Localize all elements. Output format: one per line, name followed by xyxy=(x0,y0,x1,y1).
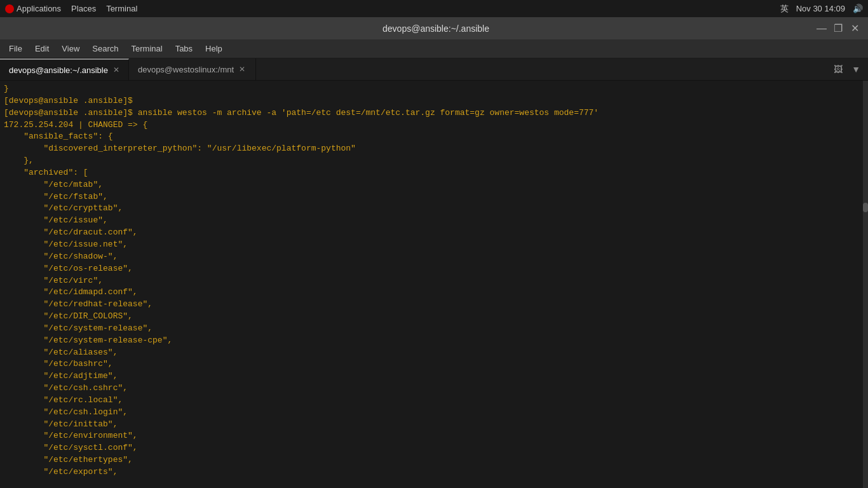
system-bar: Applications Places Terminal 英 Nov 30 14… xyxy=(0,0,868,17)
scrollbar-thumb[interactable] xyxy=(863,203,868,212)
menu-help[interactable]: Help xyxy=(199,41,229,56)
terminal-line: "/etc/issue.net", xyxy=(4,239,864,251)
terminal-line: "ansible_facts": { xyxy=(4,131,864,143)
terminal-line: "/etc/dracut.conf", xyxy=(4,227,864,239)
window-controls: — ❐ ✕ xyxy=(815,22,862,36)
datetime: Nov 30 14:09 xyxy=(796,4,845,13)
menu-search[interactable]: Search xyxy=(86,41,125,56)
tab-dropdown-button[interactable]: ▼ xyxy=(849,63,863,76)
lang-indicator: 英 xyxy=(780,3,789,15)
minimize-button[interactable]: — xyxy=(815,22,829,36)
tab-westos-label: devops@westoslinux:/mnt xyxy=(138,65,234,74)
terminal-line: "/etc/bashrc", xyxy=(4,358,864,370)
window-title: devops@ansible:~/.ansible xyxy=(57,24,815,34)
terminal-line: "/etc/aliases", xyxy=(4,347,864,359)
terminal-line: "/etc/system-release-cpe", xyxy=(4,335,864,347)
menu-tabs[interactable]: Tabs xyxy=(169,41,199,56)
tab-ansible-label: devops@ansible:~/.ansible xyxy=(9,65,108,75)
red-dot-icon xyxy=(5,4,14,13)
places-menu[interactable]: Places xyxy=(71,4,96,13)
terminal-line: "/etc/fstab", xyxy=(4,191,864,203)
system-bar-right: 英 Nov 30 14:09 🔊 xyxy=(780,3,863,15)
terminal-line: "/etc/environment", xyxy=(4,430,864,442)
terminal-line: "/etc/shadow-", xyxy=(4,251,864,263)
terminal-line: 172.25.254.204 | CHANGED => { xyxy=(4,119,864,132)
terminal-window: devops@ansible:~/.ansible — ❐ ✕ File Edi… xyxy=(0,17,868,488)
terminal-line: "/etc/mtab", xyxy=(4,179,864,191)
maximize-button[interactable]: ❐ xyxy=(831,22,845,36)
terminal-line: "archived": [ xyxy=(4,167,864,179)
scrollbar[interactable] xyxy=(863,81,868,488)
volume-icon[interactable]: 🔊 xyxy=(853,4,863,13)
terminal-line: "/etc/system-release", xyxy=(4,323,864,335)
terminal-area[interactable]: }[devops@ansible .ansible]$ [devops@ansi… xyxy=(0,81,868,488)
terminal-line: "/etc/redhat-release", xyxy=(4,299,864,311)
tab-ansible[interactable]: devops@ansible:~/.ansible ✕ xyxy=(0,58,129,80)
terminal-line: "/etc/rc.local", xyxy=(4,395,864,407)
applications-menu[interactable]: Applications xyxy=(5,4,61,14)
close-button[interactable]: ✕ xyxy=(848,22,862,36)
system-bar-left: Applications Places Terminal xyxy=(5,4,137,14)
terminal-line: }, xyxy=(4,155,864,167)
terminal-menu[interactable]: Terminal xyxy=(106,4,137,13)
terminal-content: }[devops@ansible .ansible]$ [devops@ansi… xyxy=(4,83,864,478)
terminal-line: "/etc/sysctl.conf", xyxy=(4,442,864,454)
terminal-line: "discovered_interpreter_python": "/usr/l… xyxy=(4,143,864,155)
terminal-line: "/etc/idmapd.conf", xyxy=(4,287,864,299)
menu-file[interactable]: File xyxy=(3,41,29,56)
title-bar: devops@ansible:~/.ansible — ❐ ✕ xyxy=(0,17,868,39)
terminal-line: [devops@ansible .ansible]$ ansible westo… xyxy=(4,107,864,119)
terminal-line: [devops@ansible .ansible]$ xyxy=(4,95,864,107)
terminal-line: "/etc/ethertypes", xyxy=(4,454,864,466)
tab-westos[interactable]: devops@westoslinux:/mnt ✕ xyxy=(129,58,256,80)
terminal-line: "/etc/csh.login", xyxy=(4,407,864,419)
tab-westos-close[interactable]: ✕ xyxy=(239,65,245,74)
menu-view[interactable]: View xyxy=(55,41,86,56)
terminal-line: "/etc/os-release", xyxy=(4,263,864,275)
menu-bar: File Edit View Search Terminal Tabs Help xyxy=(0,39,868,58)
terminal-line: "/etc/DIR_COLORS", xyxy=(4,311,864,323)
terminal-line: "/etc/crypttab", xyxy=(4,203,864,215)
tab-screenshot-button[interactable]: 🖼 xyxy=(831,63,845,76)
tab-ansible-close[interactable]: ✕ xyxy=(113,65,119,74)
terminal-line: "/etc/virc", xyxy=(4,275,864,287)
tab-bar: devops@ansible:~/.ansible ✕ devops@westo… xyxy=(0,58,868,81)
terminal-line: "/etc/exports", xyxy=(4,466,864,478)
terminal-line: "/etc/inittab", xyxy=(4,419,864,431)
menu-edit[interactable]: Edit xyxy=(29,41,55,56)
terminal-line: "/etc/csh.cshrc", xyxy=(4,383,864,395)
terminal-line: } xyxy=(4,83,864,95)
tab-actions: 🖼 ▼ xyxy=(826,58,868,80)
terminal-line: "/etc/adjtime", xyxy=(4,370,864,383)
terminal-line: "/etc/issue", xyxy=(4,215,864,227)
menu-terminal[interactable]: Terminal xyxy=(125,41,169,56)
